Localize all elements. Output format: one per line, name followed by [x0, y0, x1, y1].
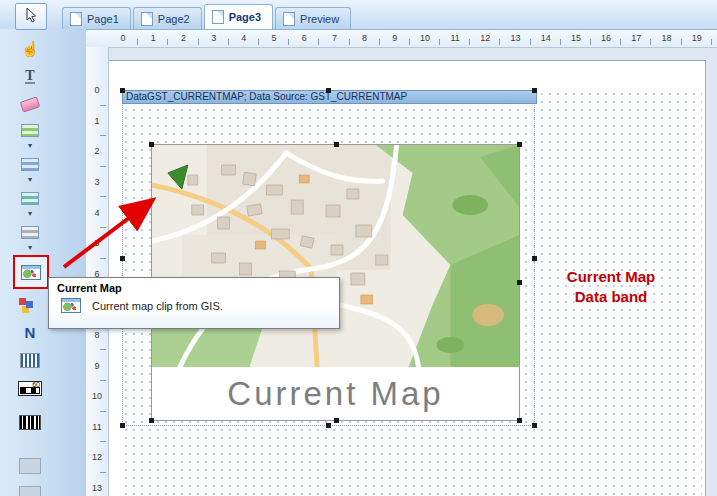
- band-tool-button-3[interactable]: [15, 185, 45, 211]
- band-handle[interactable]: [532, 256, 537, 261]
- band-handle[interactable]: [120, 256, 125, 261]
- chevron-down-icon: ▾: [28, 210, 32, 218]
- tooltip-description: Current map clip from GIS.: [92, 300, 223, 312]
- band-handle[interactable]: [326, 88, 331, 93]
- element-handle[interactable]: [334, 418, 339, 423]
- ruler-mark: 1: [86, 106, 108, 137]
- barcode-icon: [19, 415, 41, 430]
- band-gray-icon: [21, 226, 39, 239]
- barcode-blue-tool-button[interactable]: [15, 347, 45, 373]
- hand-tool-button[interactable]: ☝: [15, 35, 45, 61]
- tab-label: Page1: [87, 13, 119, 25]
- band-handle[interactable]: [532, 88, 537, 93]
- text-tool-button[interactable]: T: [15, 63, 45, 89]
- pointer-icon: [24, 7, 38, 27]
- ruler-mark: 0: [86, 75, 108, 106]
- ruler-mark: 3: [86, 167, 108, 198]
- hand-icon: ☝: [21, 41, 40, 56]
- band-handle[interactable]: [120, 88, 125, 93]
- pointer-tool-button[interactable]: [15, 3, 47, 30]
- style-palette-icon: [19, 298, 26, 305]
- ruler-mark: 10: [410, 29, 440, 47]
- annotation-line2: Data band: [550, 287, 672, 307]
- chevron-down-icon: ▾: [28, 142, 32, 150]
- ruler-mark: 13: [500, 29, 530, 47]
- scale-tool-button[interactable]: 60: [15, 375, 45, 401]
- ruler-mark: 18: [651, 29, 681, 47]
- ruler-corner: [86, 29, 109, 47]
- ruler-mark: 11: [86, 412, 108, 443]
- ruler-mark: 16: [591, 29, 621, 47]
- text-n-tool-button[interactable]: N: [15, 319, 45, 345]
- band-tool-button-4[interactable]: [15, 219, 45, 245]
- band-tool-dropdown-1[interactable]: ▾: [15, 141, 45, 150]
- barcode-tool-button[interactable]: [15, 409, 45, 435]
- ruler-mark: 9: [380, 29, 410, 47]
- ruler-mark: 13: [86, 473, 108, 496]
- element-handle[interactable]: [517, 280, 522, 285]
- ruler-mark: 2: [168, 29, 198, 47]
- ruler-mark: 10: [86, 381, 108, 412]
- element-handle[interactable]: [149, 418, 154, 423]
- extra-tool-button-2[interactable]: [15, 481, 45, 496]
- element-handle[interactable]: [517, 142, 522, 147]
- band-handle[interactable]: [120, 423, 125, 428]
- page-icon: [283, 12, 295, 26]
- band-tool-button-2[interactable]: [15, 151, 45, 177]
- band-tool-dropdown-3[interactable]: ▾: [15, 209, 45, 218]
- ruler-mark: 5: [86, 228, 108, 259]
- tab-label: Page3: [229, 11, 261, 23]
- tab-page2[interactable]: Page2: [133, 7, 202, 29]
- ruler-mark: 3: [199, 29, 229, 47]
- ruler-mark: 15: [561, 29, 591, 47]
- scale-value: 60: [32, 381, 40, 388]
- band-handle[interactable]: [326, 423, 331, 428]
- map-caption: Current Map: [152, 367, 519, 420]
- tab-bar: Page1Page2Page3Preview: [0, 0, 717, 30]
- style-tool-button[interactable]: [15, 291, 45, 317]
- report-designer-app: { "tabs": [ {"label": "Page1", "active":…: [0, 0, 717, 496]
- tab-page3[interactable]: Page3: [204, 4, 273, 29]
- element-handle[interactable]: [517, 418, 522, 423]
- ruler-mark: 11: [440, 29, 470, 47]
- band-blue-icon: [21, 158, 39, 171]
- element-handle[interactable]: [149, 142, 154, 147]
- chevron-down-icon: ▾: [28, 244, 32, 252]
- ruler-mark: 9: [86, 350, 108, 381]
- band-tool-dropdown-2[interactable]: ▾: [15, 175, 45, 184]
- ruler-mark: 1: [138, 29, 168, 47]
- band-handle[interactable]: [532, 423, 537, 428]
- barcode-blue-icon: [20, 353, 40, 368]
- ruler-mark: 0: [108, 29, 138, 47]
- band-tool-button-1[interactable]: [15, 117, 45, 143]
- chevron-down-icon: ▾: [28, 176, 32, 184]
- band-green-icon: [21, 124, 39, 137]
- ruler-mark: 12: [86, 442, 108, 473]
- tooltip-title: Current Map: [49, 278, 339, 296]
- tool-icon: [19, 458, 41, 474]
- eraser-tool-button[interactable]: [15, 91, 45, 117]
- annotation-text: Current Map Data band: [550, 267, 672, 307]
- page-icon: [70, 12, 82, 26]
- ruler-mark: 14: [531, 29, 561, 47]
- extra-tool-button-1[interactable]: [15, 453, 45, 479]
- letter-n-icon: N: [25, 324, 36, 341]
- tool-icon: [19, 486, 41, 496]
- band-teal-icon: [21, 192, 39, 205]
- tab-page1[interactable]: Page1: [62, 7, 131, 29]
- tab-strip: Page1Page2Page3Preview: [62, 4, 353, 29]
- current-map-tool-button[interactable]: [13, 255, 49, 289]
- element-handle[interactable]: [334, 142, 339, 147]
- tab-preview[interactable]: Preview: [275, 7, 351, 29]
- text-icon: T: [25, 69, 34, 84]
- tab-label: Preview: [300, 13, 339, 25]
- band-tool-dropdown-4[interactable]: ▾: [15, 243, 45, 252]
- ruler-mark: 5: [259, 29, 289, 47]
- ruler-mark: 4: [86, 197, 108, 228]
- ruler-mark: 7: [319, 29, 349, 47]
- left-toolbar: ☝ T ▾ ▾ ▾ ▾ N 60: [0, 29, 86, 496]
- ruler-mark: 17: [621, 29, 651, 47]
- annotation-line1: Current Map: [550, 267, 672, 287]
- tooltip: Current Map Current map clip from GIS.: [48, 277, 340, 329]
- tab-label: Page2: [158, 13, 190, 25]
